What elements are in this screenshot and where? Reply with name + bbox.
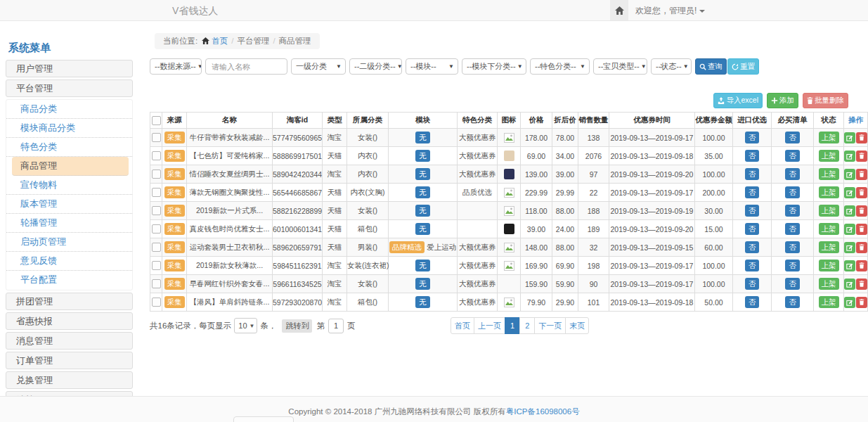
sidebar-subitem-4[interactable]: 特色分类	[6, 138, 132, 157]
delete-button[interactable]	[856, 187, 867, 198]
sidebar-item-15[interactable]: 订单管理	[6, 352, 133, 369]
sidebar-item-1[interactable]: 平台管理	[6, 79, 133, 97]
module-cell: 无	[389, 147, 458, 165]
row-checkbox[interactable]	[152, 170, 161, 179]
status-badge: 上架	[819, 186, 839, 198]
delete-button[interactable]	[856, 132, 867, 143]
sidebar-subitem-3[interactable]: 模块商品分类	[6, 119, 132, 138]
edit-button[interactable]	[844, 132, 855, 143]
sidebar-subitem-10[interactable]: 意见反馈	[6, 252, 132, 271]
sidebar-item-12[interactable]: 拼团管理	[6, 293, 133, 310]
edit-button[interactable]	[844, 260, 855, 271]
sidebar-title: 系统菜单	[6, 39, 133, 57]
sidebar-subitem-8[interactable]: 轮播管理	[6, 214, 132, 233]
trash-icon	[859, 281, 864, 287]
product-name: 早春网红针织外套女春...	[187, 275, 273, 293]
icon-cell	[498, 147, 521, 165]
coupon-time: 2019-09-13—2019-09-20	[609, 165, 695, 184]
row-checkbox[interactable]	[152, 133, 161, 142]
delete-button[interactable]	[856, 242, 867, 253]
page-button-首页[interactable]: 首页	[451, 317, 474, 334]
icp-link[interactable]: 粤ICP备16098006号	[506, 407, 580, 416]
delete-button[interactable]	[856, 297, 867, 308]
caret-down-icon: ▼	[336, 63, 342, 70]
edit-button[interactable]	[844, 242, 855, 253]
filter-select-item-type[interactable]: --宝贝类型--▼	[593, 58, 647, 75]
row-checkbox[interactable]	[152, 188, 161, 197]
page-button-下一页[interactable]: 下一页	[534, 317, 566, 334]
product-thumbnail	[504, 151, 514, 161]
row-checkbox[interactable]	[152, 206, 161, 215]
sidebar-subitem-7[interactable]: 版本管理	[6, 195, 132, 214]
sales-count: 188	[578, 202, 609, 220]
sidebar-item-14[interactable]: 消息管理	[6, 332, 133, 350]
edit-icon	[846, 134, 853, 141]
must-buy-badge: 否	[785, 296, 800, 307]
edit-button[interactable]	[844, 169, 855, 180]
per-page-select[interactable]: 10▼	[234, 318, 257, 333]
add-button[interactable]: 添加	[767, 93, 798, 108]
edit-button[interactable]	[844, 279, 855, 290]
filter-select-feature-category[interactable]: --特色分类--▼	[530, 58, 590, 75]
page-button-末页[interactable]: 末页	[565, 317, 589, 334]
row-checkbox[interactable]	[152, 298, 161, 307]
jump-pre-text: 第	[316, 321, 325, 331]
row-checkbox[interactable]	[152, 261, 161, 270]
filter-select-status[interactable]: --状态--▼	[651, 58, 692, 75]
sidebar-item-0[interactable]: 用户管理	[6, 60, 133, 77]
delete-button[interactable]	[856, 205, 867, 217]
delete-button[interactable]	[856, 260, 867, 271]
filter-select-module[interactable]: --模块--▼	[406, 58, 458, 75]
filter-select-data-source[interactable]: --数据来源--▼	[150, 58, 202, 75]
row-checkbox[interactable]	[152, 243, 161, 252]
jump-button[interactable]: 跳转到	[282, 319, 312, 333]
feature-category: 大额优惠券	[458, 147, 498, 165]
row-checkbox[interactable]	[152, 151, 161, 160]
sidebar-subitem-11[interactable]: 平台配置	[6, 271, 132, 290]
jump-suf-text: 页	[347, 321, 356, 331]
sidebar-subitem-2[interactable]: 商品分类	[6, 100, 132, 119]
reset-button[interactable]: 重置	[727, 58, 759, 75]
edit-button[interactable]	[844, 297, 855, 308]
source-badge: 采集	[164, 132, 185, 143]
home-button[interactable]	[610, 0, 628, 20]
sales-count: 90	[578, 275, 609, 293]
search-button[interactable]: 查询	[695, 58, 727, 75]
page-button-1[interactable]: 1	[505, 317, 520, 334]
batch-delete-button[interactable]: 批量删除	[803, 93, 848, 108]
row-checkbox[interactable]	[152, 224, 161, 234]
edit-button[interactable]	[844, 151, 855, 162]
sidebar-subitem-6[interactable]: 宣传物料	[6, 176, 132, 195]
filter-select-module-sub-category[interactable]: --模块下分类--▼	[462, 58, 526, 75]
discount-price: 59.90	[552, 275, 578, 293]
filter-select-level1-category[interactable]: 一级分类▼	[291, 58, 346, 75]
status-badge: 上架	[819, 168, 839, 179]
edit-button[interactable]	[844, 187, 855, 198]
sidebar-subitem-9[interactable]: 启动页管理	[6, 233, 132, 252]
col-header-1: 来源	[162, 113, 187, 129]
breadcrumb-home-link[interactable]: 首页	[212, 37, 228, 45]
col-header-15: 必买清单	[772, 113, 814, 129]
sales-count: 22	[578, 184, 609, 202]
trash-icon	[859, 262, 864, 269]
page-button-2[interactable]: 2	[519, 317, 535, 334]
source-badge: 采集	[164, 223, 185, 234]
jump-page-input[interactable]	[328, 319, 344, 333]
edit-button[interactable]	[844, 205, 855, 217]
sidebar-item-13[interactable]: 省惠快报	[6, 312, 133, 330]
edit-button[interactable]	[844, 224, 855, 235]
select-all-checkbox[interactable]	[152, 116, 161, 125]
import-excel-button[interactable]: 导入excel	[713, 93, 763, 108]
delete-button[interactable]	[856, 279, 867, 290]
user-menu[interactable]: 欢迎您，管理员!	[635, 0, 705, 21]
sidebar-subitem-5[interactable]: 商品管理	[12, 157, 129, 176]
sidebar-item-16[interactable]: 兑换管理	[6, 371, 133, 389]
page-button-上一页[interactable]: 上一页	[474, 317, 505, 334]
delete-button[interactable]	[856, 169, 867, 180]
name-search-input[interactable]	[205, 58, 287, 75]
delete-button[interactable]	[856, 224, 867, 235]
row-checkbox[interactable]	[152, 279, 161, 288]
delete-button[interactable]	[856, 151, 867, 162]
filter-select-level2-category[interactable]: --二级分类--▼	[349, 58, 402, 75]
per-page-value: 10	[238, 321, 247, 330]
